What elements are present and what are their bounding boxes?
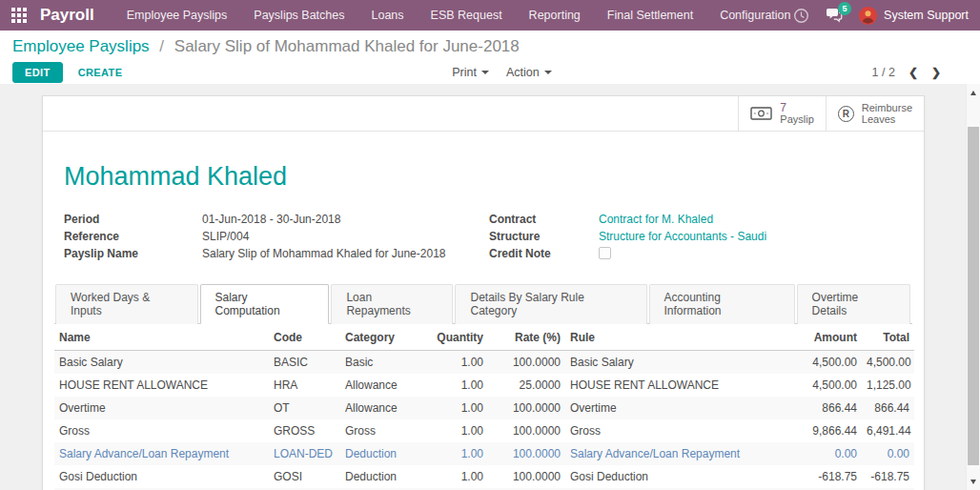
clock-icon[interactable] — [793, 8, 809, 24]
cell-name: HOUSE RENT ALLOWANCE — [54, 374, 269, 397]
cell-total: 6,491.44 — [862, 419, 914, 442]
cell-code: LOAN-DED — [269, 442, 340, 465]
notebook-tabs: Worked Days & InputsSalary ComputationLo… — [54, 283, 912, 324]
reimburse-leaves-button[interactable]: R Reimburse Leaves — [826, 96, 924, 131]
field-value[interactable]: Contract for M. Khaled — [599, 213, 713, 226]
cell-category: Deduction — [340, 442, 423, 465]
control-panel: Employee Payslips / Salary Slip of Moham… — [0, 31, 980, 84]
stat-button-row: 7 Payslip R Reimburse Leaves — [43, 96, 924, 132]
cell-rate: 100.0000 — [488, 442, 565, 465]
app-title[interactable]: Payroll — [40, 6, 94, 25]
field-value[interactable]: Structure for Accountants - Saudi — [599, 230, 766, 243]
menu-item-reporting[interactable]: Reporting — [529, 9, 581, 22]
vertical-scrollbar[interactable] — [966, 84, 980, 490]
cell-amount: -618.75 — [785, 465, 862, 488]
cell-rate: 25.0000 — [488, 374, 565, 397]
print-dropdown[interactable]: Print — [452, 66, 489, 79]
field-label: Credit Note — [489, 247, 599, 260]
field-contract: ContractContract for M. Khaled — [489, 211, 912, 227]
table-row[interactable]: Gosi DeductionGOSIDeduction1.00100.0000G… — [54, 465, 914, 488]
main-menu: Employee PayslipsPayslips BatchesLoansES… — [127, 9, 793, 22]
tab-salary-computation[interactable]: Salary Computation — [200, 284, 330, 324]
user-avatar — [859, 7, 877, 25]
field-payslip-name: Payslip NameSalary Slip of Mohammad Khal… — [64, 245, 476, 261]
menu-item-employee-payslips[interactable]: Employee Payslips — [127, 9, 228, 22]
field-value: SLIP/004 — [202, 230, 249, 243]
menu-item-configuration[interactable]: Configuration — [720, 9, 790, 22]
cell-rule: Overtime — [565, 397, 785, 419]
cell-rule: HOUSE RENT ALLOWANCE — [565, 374, 785, 397]
messages-icon[interactable]: 5 — [825, 8, 844, 23]
column-header-name[interactable]: Name — [54, 324, 269, 351]
table-header-row: NameCodeCategoryQuantityRate (%)RuleAmou… — [54, 324, 914, 351]
cell-category: Allowance — [340, 374, 423, 397]
control-panel-buttons: EDIT CREATE Print Action 1 / 2 ❮ ❯ — [12, 62, 968, 83]
action-dropdown[interactable]: Action — [506, 66, 552, 79]
cell-quantity: 1.00 — [423, 442, 488, 465]
caret-down-icon — [481, 71, 489, 74]
menu-item-loans[interactable]: Loans — [372, 9, 404, 22]
menu-item-final-settlement[interactable]: Final Settlement — [607, 9, 693, 22]
breadcrumb-parent-link[interactable]: Employee Payslips — [12, 37, 150, 55]
column-header-rate[interactable]: Rate (%) — [488, 324, 565, 351]
tab-loan-repayments[interactable]: Loan Repayments — [331, 284, 453, 324]
salary-computation-table: NameCodeCategoryQuantityRate (%)RuleAmou… — [54, 324, 914, 490]
column-header-rule[interactable]: Rule — [565, 324, 785, 351]
cell-amount: 9,866.44 — [785, 419, 862, 442]
cell-name: Gosi Deduction — [54, 465, 269, 488]
cell-quantity: 1.00 — [423, 351, 488, 375]
scroll-down-arrow-icon[interactable] — [970, 480, 976, 484]
field-group-left: Period01-Jun-2018 - 30-Jun-2018Reference… — [54, 211, 476, 262]
column-header-category[interactable]: Category — [340, 324, 423, 351]
tab-details-by-salary-rule-category[interactable]: Details By Salary Rule Category — [455, 284, 646, 324]
tab-worked-days-inputs[interactable]: Worked Days & Inputs — [55, 284, 198, 324]
cell-name: Overtime — [54, 397, 269, 419]
table-row[interactable]: Basic SalaryBASICBasic1.00100.0000Basic … — [54, 351, 914, 375]
column-header-quantity[interactable]: Quantity — [423, 324, 488, 351]
cell-category: Allowance — [340, 397, 423, 419]
cell-rate: 100.0000 — [488, 465, 565, 488]
print-dropdown-label: Print — [452, 66, 477, 79]
tab-overtime-details[interactable]: Overtime Details — [797, 284, 910, 324]
menu-item-esb-request[interactable]: ESB Request — [431, 9, 502, 22]
menu-item-payslips-batches[interactable]: Payslips Batches — [254, 9, 344, 22]
column-header-total[interactable]: Total — [862, 324, 914, 351]
table-row[interactable]: Salary Advance/Loan RepaymentLOAN-DEDDed… — [54, 442, 914, 465]
cell-quantity: 1.00 — [423, 465, 488, 488]
scrollbar-thumb[interactable] — [968, 127, 979, 465]
field-label: Reference — [64, 230, 202, 243]
cell-total: 1,125.00 — [862, 374, 914, 397]
payslip-count: 7 — [780, 102, 813, 113]
content-area: 7 Payslip R Reimburse Leaves Mohammad Kh… — [0, 84, 980, 490]
employee-name-title: Mohammad Khaled — [64, 162, 912, 192]
payslip-stat-label: Payslip — [780, 113, 813, 125]
table-row[interactable]: OvertimeOTAllowance1.00100.0000Overtime8… — [54, 397, 914, 419]
create-button[interactable]: CREATE — [69, 63, 133, 82]
cell-code: GOSI — [269, 465, 340, 488]
field-reference: ReferenceSLIP/004 — [64, 228, 476, 244]
reimburse-label-line2: Leaves — [862, 113, 912, 125]
breadcrumb-separator: / — [159, 37, 164, 55]
reimburse-label-line1: Reimburse — [862, 102, 912, 113]
cell-rule: Salary Advance/Loan Repayment — [565, 442, 785, 465]
column-header-amount[interactable]: Amount — [785, 324, 862, 351]
table-row[interactable]: HOUSE RENT ALLOWANCEHRAAllowance1.0025.0… — [54, 374, 914, 397]
pager-previous-button[interactable]: ❮ — [909, 66, 918, 79]
payslip-stat-button[interactable]: 7 Payslip — [738, 96, 825, 131]
cell-rule: Gross — [565, 419, 785, 442]
scroll-up-arrow-icon[interactable] — [970, 91, 976, 95]
apps-grid-icon[interactable] — [11, 8, 27, 23]
user-menu[interactable]: System Support — [859, 7, 969, 25]
column-header-code[interactable]: Code — [269, 324, 340, 351]
cell-quantity: 1.00 — [423, 374, 488, 397]
field-groups: Period01-Jun-2018 - 30-Jun-2018Reference… — [54, 211, 912, 262]
tab-accounting-information[interactable]: Accounting Information — [649, 284, 795, 324]
credit-note-checkbox[interactable] — [599, 247, 611, 259]
cell-quantity: 1.00 — [423, 419, 488, 442]
table-row[interactable]: GrossGROSSGross1.00100.0000Gross9,866.44… — [54, 419, 914, 442]
pager-next-button[interactable]: ❯ — [931, 66, 941, 79]
cell-total: 4,500.00 — [862, 351, 914, 375]
field-value: 01-Jun-2018 - 30-Jun-2018 — [202, 213, 340, 226]
cell-name: Salary Advance/Loan Repayment — [54, 442, 269, 465]
edit-button[interactable]: EDIT — [12, 62, 63, 83]
